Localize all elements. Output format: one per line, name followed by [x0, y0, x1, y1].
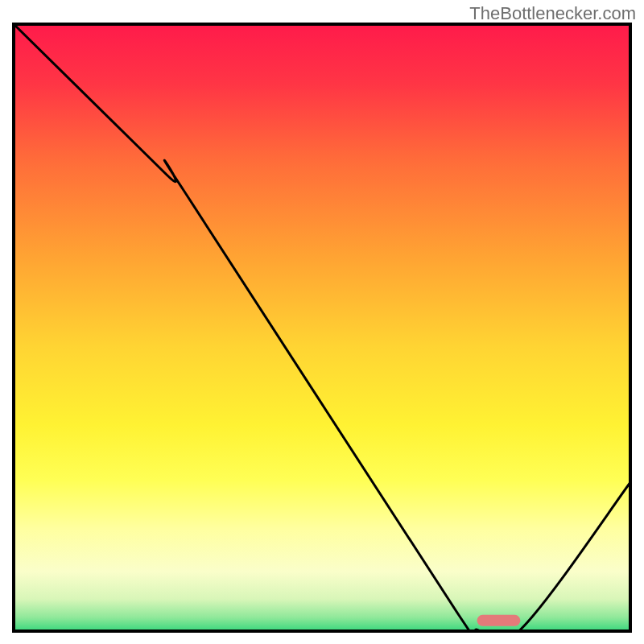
- chart-container: TheBottlenecker.com: [0, 0, 644, 644]
- plot-area: [12, 23, 632, 633]
- chart-svg: [12, 23, 632, 633]
- optimal-marker: [477, 615, 521, 626]
- watermark-text: TheBottlenecker.com: [469, 3, 636, 24]
